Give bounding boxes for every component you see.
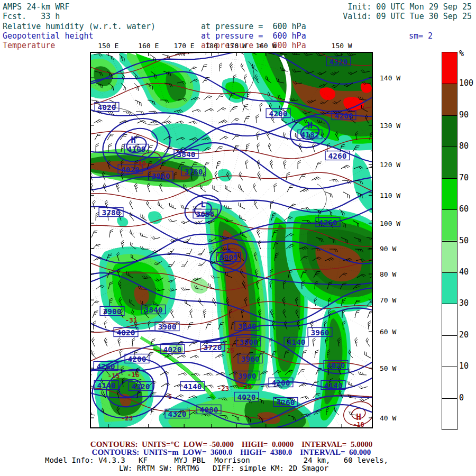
colorbar-unit: % [459,49,464,58]
svg-text:4140: 4140 [97,381,116,390]
height-contour-label: 3656 [193,209,217,218]
wind-barb [237,185,246,192]
height-contour-label: 3905 [216,253,241,262]
wind-barb [316,161,322,170]
wind-barb [211,185,220,192]
wind-barb [256,115,260,123]
height-contour-label: 4200 [266,109,290,118]
temp-contour-label: -16 [127,371,140,379]
wind-barb [186,248,192,257]
wind-barb [104,321,109,329]
wind-barb [244,74,249,83]
svg-text:3780: 3780 [185,168,203,176]
height-contour-label: 4020 [95,103,119,112]
height-contour-label: 4020 [114,328,138,337]
wind-barb [205,108,214,114]
wind-barb [206,322,212,331]
field-level-height: at pressure = 600 hPa [201,32,306,40]
height-contour-label: 4109 [124,144,149,153]
wind-barb [177,354,186,360]
height-contour-label: 3840 [235,322,259,331]
pressure-center-marker: H [131,135,136,145]
wind-barb [229,62,235,71]
wind-barb [230,105,237,113]
svg-text:4200: 4200 [272,379,290,387]
physics-info: LW: RRTM SW: RRTMG DIFF: simple KM: 2D S… [119,464,328,472]
wind-barb [341,164,350,171]
height-contour-label: 4320 [326,57,351,66]
wind-barb [157,202,165,209]
wind-barb [224,185,233,192]
wind-barb [219,135,228,143]
pressure-center-marker: H [307,120,313,130]
axis-label-right: 80 W [380,270,396,278]
temp-contour-label: -5 [164,392,172,400]
wind-barb [300,396,309,401]
svg-text:3900: 3900 [103,307,122,316]
svg-text:3656: 3656 [196,210,215,218]
height-contour-label: 4140 [94,381,118,390]
weather-map: 4020410938404200432041824200426040203960… [90,52,373,428]
colorbar-tick-label: 40 [459,267,469,277]
colorbar-segment [442,209,457,241]
svg-text:4080: 4080 [200,406,218,414]
wind-barb [342,192,351,198]
wind-barb [181,287,190,291]
height-contour-label: 3840 [174,150,198,159]
wind-barb [91,230,97,239]
height-contour-label: 4182 [298,130,322,139]
wind-barb [96,143,99,152]
colorbar-segment [442,241,457,272]
pressure-center-marker: L [200,199,206,209]
wind-barb [203,309,207,318]
wind-barb [215,145,223,154]
wind-barb [315,350,318,359]
wind-barb [237,203,246,209]
rh-fill-blob [190,278,208,294]
temp-contour-label: -23 [121,414,133,422]
axis-label-top: 160 W [254,42,278,50]
height-contour-label: 4140 [321,381,345,390]
weather-chart-page: AMPS 24-km WRF Fcst. 33 h Init: 00 UTC M… [0,0,476,476]
wind-barb [162,54,171,59]
axis-label-right: 100 W [380,219,400,227]
model-title: AMPS 24-km WRF [3,3,69,11]
wind-barb [202,63,207,72]
svg-text:4260: 4260 [97,362,115,371]
wind-barb [257,171,263,180]
colorbar-tick-label: 80 [459,141,469,151]
wind-barb [216,160,221,169]
svg-text:4320: 4320 [168,410,187,418]
colorbar-segment [442,335,457,367]
field-level-humidity: at pressure = 600 hPa [201,22,306,31]
wind-barb [244,115,250,124]
svg-text:3960: 3960 [241,355,260,363]
svg-text:3960: 3960 [152,172,170,180]
axis-label-right: 140 W [380,74,400,82]
wind-barb [274,184,278,192]
svg-text:3720: 3720 [204,343,222,352]
svg-text:3840: 3840 [177,150,196,159]
wind-barb [115,183,122,192]
axis-label-right: 120 W [380,161,400,169]
wind-barb [216,93,224,102]
wind-barb [257,143,261,152]
wind-barb [219,63,222,71]
colorbar-tick-label: 20 [459,330,469,340]
svg-text:4200: 4200 [335,112,353,120]
height-contour-label: 3780 [181,167,206,176]
svg-text:4020: 4020 [327,361,345,370]
axis-label-top: 150 W [330,42,353,50]
wind-barb [161,382,170,389]
wind-barb [134,100,143,106]
wind-barb [313,337,317,346]
wind-barb [123,112,132,115]
height-contour-label: 4020 [160,345,185,354]
wind-barb [329,179,338,183]
wind-barb [91,337,97,346]
height-contour-label: 4260 [325,151,350,160]
temp-contour-label: -10 [134,159,147,167]
height-contour-label: 4260 [273,398,298,407]
axis-label-top: 170 E [172,42,196,50]
colorbar-tick-label: 90 [459,110,469,120]
